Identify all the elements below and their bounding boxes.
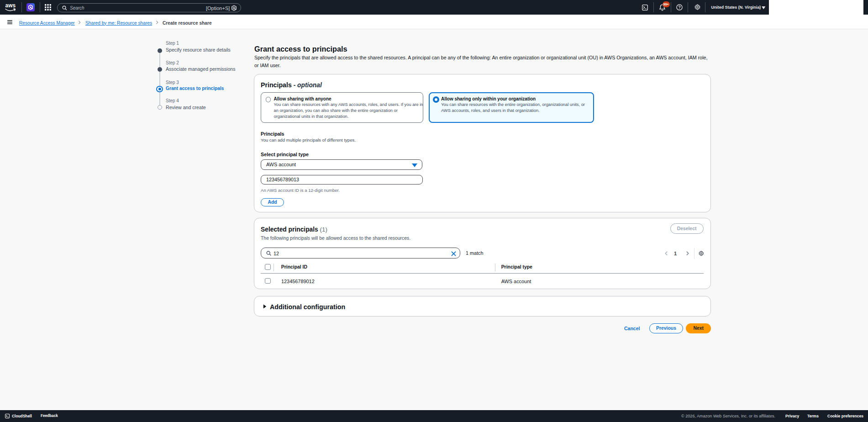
svg-text:aws: aws [5,3,16,9]
